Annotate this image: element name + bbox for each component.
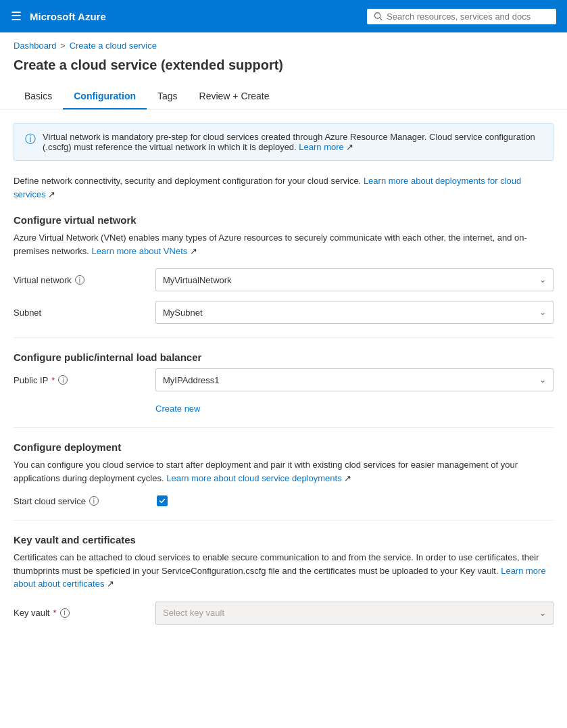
vnet-section-header: Configure virtual network (14, 214, 553, 226)
start-cloud-service-info-icon[interactable]: i (89, 496, 99, 506)
tabs-container: Basics Configuration Tags Review + Creat… (0, 84, 567, 110)
start-cloud-service-row: Start cloud service i (14, 495, 553, 506)
info-icon: ⓘ (25, 132, 36, 152)
key-vault-section-desc: Certificates can be attached to cloud se… (14, 551, 553, 591)
key-vault-dropdown[interactable]: Select key vault ⌄ (155, 602, 553, 625)
public-ip-dropdown[interactable]: MyIPAddress1 ⌄ (155, 368, 553, 391)
external-link-icon-2: ↗ (48, 189, 55, 199)
content-area: ⓘ Virtual network is mandatory pre-step … (0, 110, 567, 648)
key-vault-row: Key vault * i Select key vault ⌄ (14, 602, 553, 625)
virtual-network-chevron-icon: ⌄ (539, 275, 546, 285)
virtual-network-info-icon[interactable]: i (75, 275, 84, 285)
public-ip-info-icon[interactable]: i (58, 375, 68, 385)
deployment-section-header: Configure deployment (14, 441, 553, 453)
subnet-chevron-icon: ⌄ (539, 308, 546, 317)
create-new-link[interactable]: Create new (155, 404, 200, 414)
section-divider-2 (14, 427, 553, 428)
deployment-section-desc: You can configure you cloud service to s… (14, 458, 553, 485)
top-navbar: ☰ Microsoft Azure (0, 0, 567, 32)
subnet-label: Subnet (14, 308, 149, 318)
search-bar[interactable] (367, 9, 556, 24)
info-banner-learn-more-link[interactable]: Learn more (299, 142, 343, 152)
virtual-network-dropdown[interactable]: MyVirtualNetwork ⌄ (155, 268, 553, 291)
search-icon (374, 11, 383, 21)
checkmark-icon (159, 498, 166, 504)
breadcrumb-dashboard[interactable]: Dashboard (14, 41, 57, 51)
page-title: Create a cloud service (extended support… (0, 55, 567, 84)
public-ip-label: Public IP * i (14, 375, 149, 385)
app-title: Microsoft Azure (30, 11, 359, 22)
load-balancer-section-header: Configure public/internal load balancer (14, 351, 553, 363)
start-cloud-service-checkbox[interactable] (157, 495, 168, 506)
key-vault-required: * (53, 608, 56, 618)
info-banner: ⓘ Virtual network is mandatory pre-step … (14, 123, 553, 161)
key-vault-info-icon[interactable]: i (60, 608, 70, 618)
search-input[interactable] (387, 11, 549, 22)
deployment-learn-more-link[interactable]: Learn more about cloud service deploymen… (166, 473, 341, 483)
vnet-section-desc: Azure Virtual Network (VNet) enables man… (14, 231, 553, 258)
virtual-network-label: Virtual network i (14, 275, 149, 285)
external-link-icon-5: ↗ (107, 579, 114, 589)
external-link-icon-3: ↗ (190, 246, 197, 256)
tab-tags[interactable]: Tags (147, 84, 189, 110)
subnet-row: Subnet MySubnet ⌄ (14, 301, 553, 324)
section-divider-3 (14, 520, 553, 520)
vnet-learn-more-link[interactable]: Learn more about VNets (92, 246, 188, 256)
section-divider-1 (14, 337, 553, 338)
external-link-icon-4: ↗ (344, 473, 351, 483)
public-ip-chevron-icon: ⌄ (539, 375, 546, 385)
info-banner-text: Virtual network is mandatory pre-step fo… (43, 132, 542, 152)
public-ip-required: * (51, 375, 55, 385)
tab-configuration[interactable]: Configuration (63, 84, 147, 110)
subnet-dropdown[interactable]: MySubnet ⌄ (155, 301, 553, 324)
main-description: Define network connectivity, security an… (14, 174, 553, 201)
tab-basics[interactable]: Basics (14, 84, 63, 110)
public-ip-row: Public IP * i MyIPAddress1 ⌄ (14, 368, 553, 391)
virtual-network-row: Virtual network i MyVirtualNetwork ⌄ (14, 268, 553, 291)
breadcrumb-current[interactable]: Create a cloud service (70, 41, 157, 51)
tab-review-create[interactable]: Review + Create (189, 84, 280, 110)
key-vault-section-header: Key vault and certificates (14, 534, 553, 545)
key-vault-chevron-icon: ⌄ (539, 608, 546, 618)
svg-line-1 (380, 18, 382, 20)
hamburger-menu-icon[interactable]: ☰ (11, 9, 22, 24)
external-link-icon: ↗ (346, 142, 353, 152)
start-cloud-service-label: Start cloud service i (14, 496, 149, 506)
breadcrumb: Dashboard > Create a cloud service (0, 32, 567, 55)
breadcrumb-separator: > (61, 41, 66, 51)
key-vault-label: Key vault * i (14, 608, 149, 618)
